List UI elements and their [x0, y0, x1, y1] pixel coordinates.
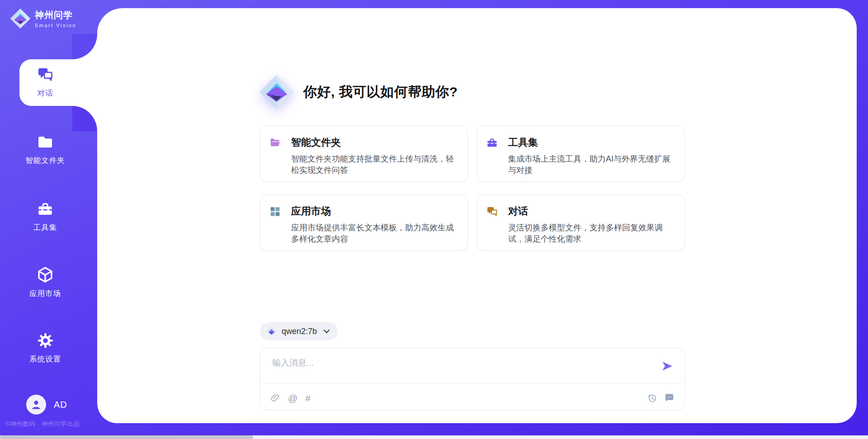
brand-name: 神州问学 [35, 9, 76, 21]
card-description: 应用市场提供丰富长文本模板，助力高效生成多样化文章内容 [291, 222, 457, 244]
history-button[interactable] [647, 393, 657, 403]
sidebar-item-app-market[interactable]: 应用市场 [0, 266, 90, 299]
composer-divider [260, 383, 684, 384]
card-title: 应用市场 [291, 205, 331, 218]
folder-open-icon [269, 137, 281, 148]
horizontal-scrollbar[interactable] [0, 435, 868, 439]
tab-curve-bottom [72, 106, 97, 131]
chat-icon [486, 206, 498, 217]
card-description: 智能文件夹功能支持批量文件上传与清洗，轻松实现文件问答 [291, 153, 457, 176]
sidebar-item-smart-folder[interactable]: 智能文件夹 [0, 134, 90, 166]
scrollbar-thumb[interactable] [0, 435, 253, 439]
brand-logo-icon [10, 8, 31, 29]
sidebar-item-settings[interactable]: 系统设置 [0, 332, 90, 364]
brand-subtitle: Smart Vision [35, 23, 76, 28]
card-title: 工具集 [508, 136, 538, 149]
message-input[interactable] [271, 356, 617, 382]
cube-icon [37, 266, 54, 283]
card-description: 灵活切换多模型文件，支持多样回复效果调试，满足个性化需求 [508, 222, 674, 244]
sidebar-item-chat[interactable]: 对话 [0, 67, 90, 98]
card-chat[interactable]: 对话 灵活切换多模型文件，支持多样回复效果调试，满足个性化需求 [477, 195, 685, 251]
tab-curve-top [72, 34, 97, 59]
toolbox-icon [486, 137, 498, 148]
greeting-title: 你好, 我可以如何帮助你? [303, 83, 458, 101]
greeting-logo-icon [259, 74, 294, 110]
sidebar-item-label: 应用市场 [29, 289, 61, 299]
chat-icon [37, 67, 53, 83]
send-button[interactable] [661, 360, 674, 372]
person-icon [30, 399, 42, 410]
sidebar-item-label: 对话 [38, 88, 53, 98]
attach-button[interactable] [270, 393, 280, 403]
copyright-text: ©神州数码 · 神州问学出品 [5, 420, 80, 428]
sidebar-item-label: 系统设置 [29, 354, 61, 364]
feature-cards: 智能文件夹 智能文件夹功能支持批量文件上传与清洗，轻松实现文件问答 工具集 集成… [260, 126, 685, 251]
topic-button[interactable]: # [305, 393, 311, 403]
chevron-down-icon [324, 329, 330, 334]
gear-icon [37, 332, 54, 349]
paperclip-icon [270, 393, 280, 403]
user-profile[interactable]: AD [26, 395, 67, 415]
chat-bubble-button[interactable] [664, 393, 675, 403]
model-label: qwen2:7b [282, 327, 317, 336]
chat-filled-icon [664, 393, 675, 403]
card-description: 集成市场上主流工具，助力AI与外界无缝扩展与对接 [508, 153, 674, 176]
folder-icon [37, 134, 53, 150]
toolbox-icon [37, 201, 53, 217]
card-toolbox[interactable]: 工具集 集成市场上主流工具，助力AI与外界无缝扩展与对接 [477, 126, 685, 182]
card-title: 智能文件夹 [291, 136, 341, 149]
composer: @ # [260, 348, 685, 410]
composer-toolbar: @ # [270, 389, 675, 407]
sidebar-item-label: 工具集 [33, 223, 57, 233]
grid-icon [269, 206, 281, 217]
sidebar-item-toolbox[interactable]: 工具集 [0, 201, 90, 233]
app: 神州问学 Smart Vision 对话 智能文件夹 [0, 0, 868, 439]
card-title: 对话 [508, 205, 528, 218]
avatar [26, 395, 46, 415]
sidebar-item-label: 智能文件夹 [25, 156, 65, 166]
model-logo-icon [266, 326, 277, 337]
history-icon [647, 393, 657, 403]
brand: 神州问学 Smart Vision [10, 8, 76, 29]
user-initials: AD [54, 400, 67, 410]
send-icon [661, 360, 674, 372]
model-selector[interactable]: qwen2:7b [260, 322, 338, 340]
mention-button[interactable]: @ [288, 393, 297, 403]
greeting: 你好, 我可以如何帮助你? [259, 74, 458, 110]
card-smart-folder[interactable]: 智能文件夹 智能文件夹功能支持批量文件上传与清洗，轻松实现文件问答 [260, 126, 468, 182]
card-app-market[interactable]: 应用市场 应用市场提供丰富长文本模板，助力高效生成多样化文章内容 [260, 195, 468, 251]
